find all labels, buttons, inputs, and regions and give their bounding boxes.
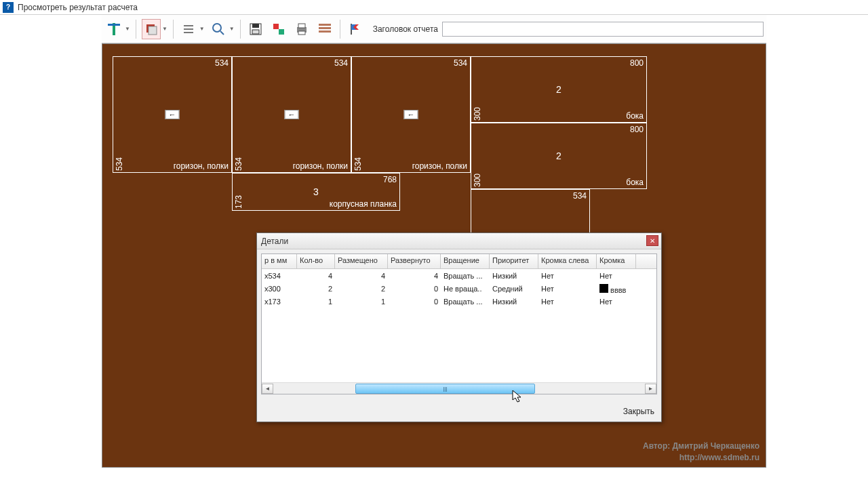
svg-rect-10: [252, 24, 259, 28]
table-cell: Вращать ...: [441, 271, 490, 281]
table-cell: 2: [297, 284, 335, 293]
panel-height-label: 300: [473, 107, 482, 121]
tool-list-icon[interactable]: [179, 19, 198, 39]
column-header[interactable]: Кромка: [597, 254, 636, 268]
dropdown-icon[interactable]: ▼: [125, 26, 130, 32]
color-swatch: [599, 284, 608, 293]
table-cell: x173: [262, 297, 297, 306]
svg-rect-19: [319, 30, 331, 33]
dialog-title: Детали: [261, 237, 288, 246]
tool-grid-icon[interactable]: [315, 19, 334, 39]
cut-panel[interactable]: 534534горизон, полки←: [351, 56, 471, 173]
scroll-track[interactable]: |||: [274, 384, 644, 394]
panel-name-label: горизон, полки: [174, 161, 229, 171]
svg-rect-17: [319, 24, 331, 26]
column-header[interactable]: Развернуто: [388, 254, 441, 268]
table-cell: x300: [262, 284, 297, 293]
cut-panel[interactable]: 534534горизон, полки←: [113, 56, 232, 173]
table-row[interactable]: x173110Вращать ...НизкийНетНет: [262, 295, 656, 308]
close-icon[interactable]: ✕: [646, 235, 658, 246]
toolbar: ▼ ▼ ▼ ▼ Заголовок отчета: [102, 15, 766, 43]
panel-width-label: 534: [334, 58, 348, 68]
table-cell: Не враща..: [441, 284, 490, 293]
author-credit: Автор: Дмитрий Черкащенко http://www.sdm…: [643, 441, 760, 464]
table-cell: 4: [388, 271, 441, 281]
tool-search-icon[interactable]: [209, 19, 228, 39]
column-header[interactable]: Вращение: [441, 254, 490, 268]
column-header[interactable]: р в мм: [262, 254, 297, 268]
separator: [136, 20, 136, 39]
dropdown-icon[interactable]: ▼: [162, 26, 167, 32]
table-cell: 0: [388, 284, 441, 293]
tool-save-icon[interactable]: [246, 19, 265, 39]
column-header[interactable]: Кромка слева: [538, 254, 597, 268]
separator: [173, 20, 174, 39]
svg-line-8: [220, 31, 224, 35]
panel-name-label: бока: [626, 178, 644, 187]
panel-name-label: корпусная планка: [330, 199, 397, 209]
cut-panel[interactable]: 534534горизон, полки←: [232, 56, 351, 173]
close-button[interactable]: Закрыть: [623, 407, 654, 416]
panel-number: 3: [313, 186, 319, 197]
panel-marker: ←: [165, 110, 180, 119]
panel-width-label: 534: [454, 58, 467, 68]
table-cell: 1: [297, 297, 335, 306]
table-header-row: р в ммКол-воРазмещеноРазвернутоВращениеП…: [262, 254, 656, 269]
table-cell: вввв: [597, 282, 636, 295]
tool-layers-icon[interactable]: [142, 19, 161, 39]
panel-marker: ←: [285, 110, 299, 119]
column-header[interactable]: Кол-во: [297, 254, 335, 268]
dialog-titlebar[interactable]: Детали ✕: [257, 233, 661, 249]
column-header[interactable]: Размещено: [335, 254, 388, 268]
table-cell: Нет: [597, 271, 636, 281]
svg-rect-1: [108, 24, 120, 26]
tool-ruler-icon[interactable]: [104, 19, 123, 39]
table-cell: 1: [335, 297, 388, 306]
tool-print-icon[interactable]: [292, 19, 311, 39]
svg-point-7: [213, 24, 221, 32]
tool-flag-icon[interactable]: [346, 19, 365, 39]
cut-panel[interactable]: 768173корпусная планка3: [232, 173, 400, 211]
author-name: Автор: Дмитрий Черкащенко: [643, 441, 760, 452]
panel-height-label: 534: [115, 157, 124, 171]
panel-width-label: 800: [630, 58, 644, 68]
app-icon: ?: [3, 2, 14, 13]
author-url: http://www.sdmeb.ru: [643, 452, 760, 464]
scroll-right-icon[interactable]: ►: [645, 384, 656, 394]
report-title-label: Заголовок отчета: [373, 24, 438, 34]
table-cell: 4: [297, 271, 335, 281]
panel-name-label: бока: [626, 111, 644, 121]
table-row[interactable]: x534444Вращать ...НизкийНетНет: [262, 269, 656, 282]
column-header[interactable]: Приоритет: [490, 254, 538, 268]
table-cell: x534: [262, 271, 297, 281]
separator: [240, 20, 241, 39]
panel-height-label: 534: [234, 157, 243, 171]
table-cell: Средний: [490, 284, 538, 293]
table-cell: Низкий: [490, 297, 538, 306]
table-row[interactable]: x300220Не враща..СреднийНет вввв: [262, 282, 656, 295]
table-cell: 4: [335, 271, 388, 281]
dialog-body: р в ммКол-воРазмещеноРазвернутоВращениеП…: [261, 253, 657, 394]
svg-rect-11: [252, 30, 259, 34]
table-cell: Нет: [538, 284, 597, 293]
scroll-left-icon[interactable]: ◄: [262, 384, 273, 394]
table-cell: Вращать ...: [441, 297, 490, 306]
dropdown-icon[interactable]: ▼: [199, 26, 205, 32]
svg-rect-12: [273, 24, 279, 29]
table-cell: 2: [335, 284, 388, 293]
svg-rect-13: [279, 29, 284, 35]
horizontal-scrollbar[interactable]: ◄ ||| ►: [262, 382, 656, 394]
dropdown-icon[interactable]: ▼: [229, 26, 235, 32]
svg-rect-4: [184, 25, 193, 26]
report-title-input[interactable]: [442, 22, 764, 37]
cut-panel[interactable]: 800300бока2: [471, 123, 647, 189]
panel-number: 2: [556, 150, 561, 161]
table-cell: Нет: [538, 297, 597, 306]
svg-rect-6: [184, 32, 193, 33]
table-cell: Низкий: [490, 271, 538, 281]
scroll-thumb[interactable]: |||: [355, 384, 535, 394]
panel-height-label: 173: [234, 195, 243, 209]
panel-width-label: 534: [215, 58, 229, 68]
tool-shapes-icon[interactable]: [269, 19, 288, 39]
cut-panel[interactable]: 800300бока2: [471, 56, 647, 123]
